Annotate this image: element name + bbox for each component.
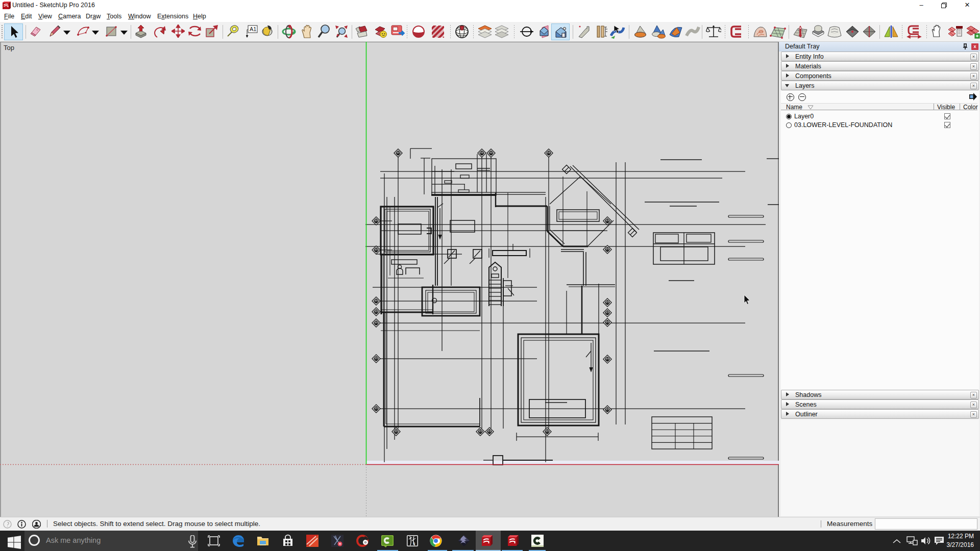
- svg-text:A1: A1: [250, 26, 256, 32]
- svg-text:6: 6: [413, 541, 415, 546]
